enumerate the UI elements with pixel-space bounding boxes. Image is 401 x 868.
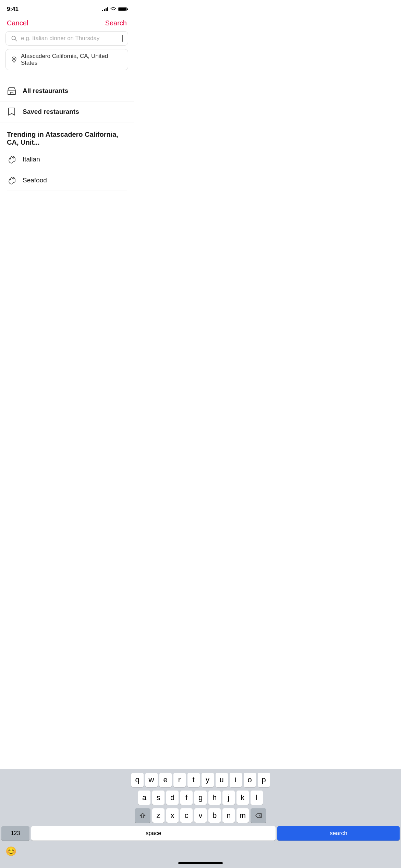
trending-seafood-label: Seafood [23,177,47,184]
svg-point-1 [13,58,15,59]
status-time: 9:41 [7,6,19,13]
search-container: e.g. Italian dinner on Thursday Atascade… [0,31,134,74]
all-restaurants-item[interactable]: All restaurants [0,81,134,101]
saved-restaurants-label: Saved restaurants [23,108,79,116]
flame-icon-seafood [7,176,16,185]
location-input-wrapper[interactable]: Atascadero California, CA, United States [5,49,128,70]
status-icons [102,7,127,11]
search-input-wrapper[interactable]: e.g. Italian dinner on Thursday [5,31,128,46]
search-icon [11,35,17,42]
signal-icon [102,7,108,11]
location-icon [11,56,17,63]
trending-italian-label: Italian [23,156,40,163]
trending-item-italian[interactable]: Italian [7,149,127,170]
nav-bar: Cancel Search [0,16,134,31]
location-text: Atascadero California, CA, United States [21,53,123,67]
flame-icon-italian [7,155,16,164]
cancel-button[interactable]: Cancel [7,19,28,27]
store-icon [7,86,16,96]
trending-section: Trending in Atascadero California, CA, U… [0,122,134,195]
battery-icon [118,7,127,11]
bookmark-icon [7,107,16,117]
trending-item-seafood[interactable]: Seafood [7,170,127,191]
svg-rect-3 [10,92,13,95]
search-placeholder: e.g. Italian dinner on Thursday [21,35,118,42]
saved-restaurants-item[interactable]: Saved restaurants [0,101,134,122]
menu-section: All restaurants Saved restaurants [0,74,134,122]
trending-title: Trending in Atascadero California, CA, U… [7,131,127,146]
status-bar: 9:41 [0,0,134,16]
all-restaurants-label: All restaurants [23,87,68,95]
wifi-icon [110,7,116,11]
search-button[interactable]: Search [105,19,127,27]
cursor [122,35,123,42]
